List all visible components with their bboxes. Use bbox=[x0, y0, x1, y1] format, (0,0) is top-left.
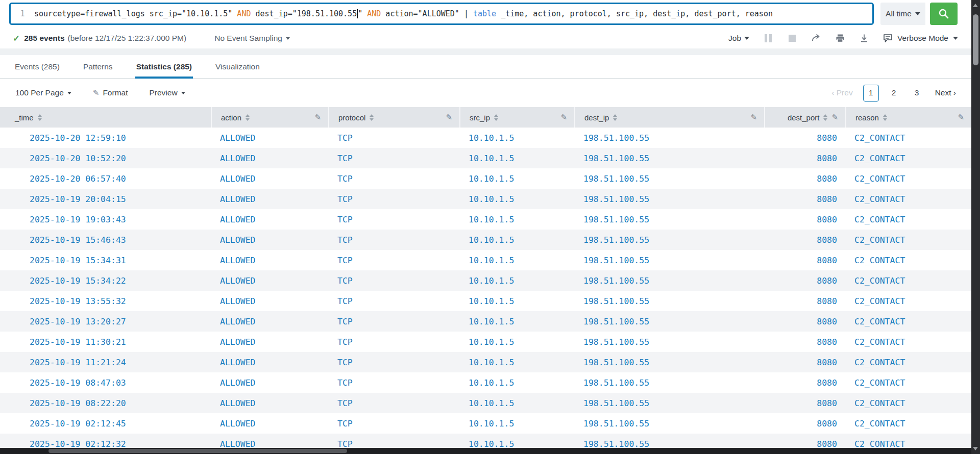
cell-action[interactable]: ALLOWED bbox=[211, 372, 328, 393]
cell-_time[interactable]: 2025-10-19 15:34:22 bbox=[0, 270, 211, 291]
cell-protocol[interactable]: TCP bbox=[328, 413, 459, 434]
cell-_time[interactable]: 2025-10-19 13:20:27 bbox=[0, 311, 211, 332]
cell-reason[interactable]: C2_CONTACT bbox=[845, 168, 971, 189]
cell-action[interactable]: ALLOWED bbox=[211, 332, 328, 352]
tab-patterns[interactable]: Patterns bbox=[82, 55, 114, 78]
cell-action[interactable]: ALLOWED bbox=[211, 413, 328, 434]
edit-column-icon[interactable]: ✎ bbox=[958, 113, 964, 122]
sort-icon[interactable] bbox=[38, 114, 42, 121]
job-menu[interactable]: Job bbox=[728, 34, 749, 43]
per-page-dropdown[interactable]: 100 Per Page bbox=[15, 88, 71, 97]
cell-src_ip[interactable]: 10.10.1.5 bbox=[459, 189, 574, 209]
edit-column-icon[interactable]: ✎ bbox=[446, 113, 452, 122]
cell-action[interactable]: ALLOWED bbox=[211, 393, 328, 413]
cell-dest_ip[interactable]: 198.51.100.55 bbox=[574, 189, 764, 209]
event-sampling-dropdown[interactable]: No Event Sampling bbox=[214, 34, 290, 43]
cell-dest_port[interactable]: 8080 bbox=[764, 393, 845, 413]
preview-dropdown[interactable]: Preview bbox=[149, 88, 185, 97]
cell-reason[interactable]: C2_CONTACT bbox=[845, 393, 971, 413]
cell-_time[interactable]: 2025-10-19 13:55:32 bbox=[0, 291, 211, 311]
cell-dest_port[interactable]: 8080 bbox=[764, 332, 845, 352]
search-query[interactable]: sourcetype=firewall_logs src_ip="10.10.1… bbox=[34, 9, 773, 18]
cell-reason[interactable]: C2_CONTACT bbox=[845, 230, 971, 250]
cell-action[interactable]: ALLOWED bbox=[211, 270, 328, 291]
column-header-protocol[interactable]: protocol✎ bbox=[328, 107, 459, 128]
cell-reason[interactable]: C2_CONTACT bbox=[845, 148, 971, 168]
sort-icon[interactable] bbox=[494, 114, 498, 121]
cell-src_ip[interactable]: 10.10.1.5 bbox=[459, 209, 574, 230]
search-button[interactable] bbox=[930, 3, 958, 25]
cell-action[interactable]: ALLOWED bbox=[211, 209, 328, 230]
cell-dest_port[interactable]: 8080 bbox=[764, 148, 845, 168]
cell-action[interactable]: ALLOWED bbox=[211, 250, 328, 270]
cell-dest_ip[interactable]: 198.51.100.55 bbox=[574, 372, 764, 393]
cell-action[interactable]: ALLOWED bbox=[211, 352, 328, 372]
cell-protocol[interactable]: TCP bbox=[328, 209, 459, 230]
cell-_time[interactable]: 2025-10-19 11:21:24 bbox=[0, 352, 211, 372]
cell-protocol[interactable]: TCP bbox=[328, 372, 459, 393]
cell-dest_port[interactable]: 8080 bbox=[764, 250, 845, 270]
cell-action[interactable]: ALLOWED bbox=[211, 148, 328, 168]
cell-dest_ip[interactable]: 198.51.100.55 bbox=[574, 230, 764, 250]
cell-reason[interactable]: C2_CONTACT bbox=[845, 372, 971, 393]
sort-icon[interactable] bbox=[823, 114, 827, 121]
cell-action[interactable]: ALLOWED bbox=[211, 189, 328, 209]
cell-src_ip[interactable]: 10.10.1.5 bbox=[459, 270, 574, 291]
cell-action[interactable]: ALLOWED bbox=[211, 291, 328, 311]
next-page-button[interactable]: Next › bbox=[935, 88, 956, 97]
cell-protocol[interactable]: TCP bbox=[328, 291, 459, 311]
cell-action[interactable]: ALLOWED bbox=[211, 311, 328, 332]
cell-dest_ip[interactable]: 198.51.100.55 bbox=[574, 250, 764, 270]
cell-protocol[interactable]: TCP bbox=[328, 393, 459, 413]
sort-icon[interactable] bbox=[370, 114, 374, 121]
cell-action[interactable]: ALLOWED bbox=[211, 128, 328, 148]
cell-protocol[interactable]: TCP bbox=[328, 352, 459, 372]
cell-src_ip[interactable]: 10.10.1.5 bbox=[459, 311, 574, 332]
tab-visualization[interactable]: Visualization bbox=[214, 55, 261, 78]
cell-dest_port[interactable]: 8080 bbox=[764, 311, 845, 332]
cell-reason[interactable]: C2_CONTACT bbox=[845, 189, 971, 209]
cell-dest_port[interactable]: 8080 bbox=[764, 189, 845, 209]
column-header-src_ip[interactable]: src_ip✎ bbox=[459, 107, 574, 128]
column-header-action[interactable]: action✎ bbox=[211, 107, 328, 128]
cell-_time[interactable]: 2025-10-19 15:34:31 bbox=[0, 250, 211, 270]
page-button-1[interactable]: 1 bbox=[863, 85, 879, 102]
cell-src_ip[interactable]: 10.10.1.5 bbox=[459, 250, 574, 270]
cell-_time[interactable]: 2025-10-19 08:47:03 bbox=[0, 372, 211, 393]
time-range-picker[interactable]: All time bbox=[880, 3, 925, 25]
scroll-down-arrow-icon[interactable] bbox=[973, 447, 978, 450]
stop-job-button[interactable] bbox=[787, 33, 797, 43]
share-job-button[interactable] bbox=[811, 33, 821, 43]
sort-icon[interactable] bbox=[883, 114, 887, 121]
cell-dest_port[interactable]: 8080 bbox=[764, 352, 845, 372]
cell-src_ip[interactable]: 10.10.1.5 bbox=[459, 128, 574, 148]
search-mode-dropdown[interactable]: Verbose Mode bbox=[883, 34, 958, 43]
tab-statistics[interactable]: Statistics (285) bbox=[135, 55, 193, 78]
cell-_time[interactable]: 2025-10-20 12:59:10 bbox=[0, 128, 211, 148]
column-header-reason[interactable]: reason✎ bbox=[845, 107, 971, 128]
cell-src_ip[interactable]: 10.10.1.5 bbox=[459, 413, 574, 434]
edit-column-icon[interactable]: ✎ bbox=[831, 113, 838, 122]
cell-_time[interactable]: 2025-10-20 10:52:20 bbox=[0, 148, 211, 168]
cell-dest_ip[interactable]: 198.51.100.55 bbox=[574, 128, 764, 148]
cell-protocol[interactable]: TCP bbox=[328, 332, 459, 352]
column-header-_time[interactable]: _time bbox=[0, 107, 211, 128]
pause-job-button[interactable] bbox=[763, 33, 773, 43]
cell-action[interactable]: ALLOWED bbox=[211, 168, 328, 189]
cell-_time[interactable]: 2025-10-19 15:46:43 bbox=[0, 230, 211, 250]
cell-action[interactable]: ALLOWED bbox=[211, 230, 328, 250]
cell-src_ip[interactable]: 10.10.1.5 bbox=[459, 168, 574, 189]
cell-protocol[interactable]: TCP bbox=[328, 128, 459, 148]
cell-reason[interactable]: C2_CONTACT bbox=[845, 128, 971, 148]
cell-dest_port[interactable]: 8080 bbox=[764, 270, 845, 291]
cell-_time[interactable]: 2025-10-20 06:57:40 bbox=[0, 168, 211, 189]
cell-reason[interactable]: C2_CONTACT bbox=[845, 413, 971, 434]
column-header-dest_port[interactable]: dest_port✎ bbox=[764, 107, 845, 128]
cell-dest_ip[interactable]: 198.51.100.55 bbox=[574, 413, 764, 434]
vertical-scrollbar-thumb[interactable] bbox=[973, 14, 978, 65]
search-input[interactable]: 1 sourcetype=firewall_logs src_ip="10.10… bbox=[9, 3, 874, 25]
format-button[interactable]: ✎ Format bbox=[93, 88, 128, 97]
cell-reason[interactable]: C2_CONTACT bbox=[845, 250, 971, 270]
cell-dest_port[interactable]: 8080 bbox=[764, 291, 845, 311]
column-header-dest_ip[interactable]: dest_ip✎ bbox=[574, 107, 764, 128]
